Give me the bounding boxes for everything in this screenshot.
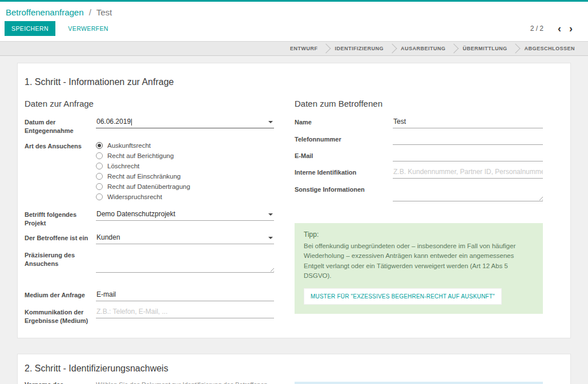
radio-selected-icon[interactable] [96,142,103,149]
radio-option-auskunftsrecht[interactable]: Auskunftsrecht [96,142,274,149]
precision-row: Präzisierung des Ansuchens [25,250,274,273]
radio-option-label[interactable]: Auskunftsrecht [107,142,151,149]
email-field[interactable] [393,151,543,161]
radio-option-label[interactable]: Recht auf Einschränkung [107,173,181,180]
radio-option-label[interactable]: Recht auf Berichtigung [107,152,174,159]
radio-unselected-icon[interactable] [96,163,103,169]
internal-id-row: Interne Identifikation Z.B. Kundennummer… [295,167,543,179]
radio-option-label[interactable]: Löschrecht [107,163,139,169]
subject-type-label: Der Betroffene ist ein [25,233,96,244]
date-row: Datum der Entgegennahme 06.06.2019 [25,117,274,135]
pager-prev-button[interactable]: ‹ [554,23,565,34]
pager-value: 2 / 2 [530,25,543,33]
statusbar: ENTWURF IDENTIFIZIERUNG AUSARBEITUNG ÜBE… [0,41,588,56]
breadcrumb-parent-link[interactable]: Betroffenenanfragen [6,7,84,17]
internal-id-label: Interne Identifikation [295,167,393,179]
step1-title: 1. Schritt - Informationen zur Anfrage [25,77,570,87]
project-label: Betrifft folgendes Projekt [25,209,96,228]
name-field[interactable]: Test [393,117,543,128]
radio-unselected-icon[interactable] [96,183,103,190]
breadcrumb: Betroffenenanfragen / Test [5,5,583,21]
result-medium-label: Kommunikation der Ergebnisse (Medium) [25,307,96,325]
tip-template-button[interactable]: MUSTER FÜR "EXZESSIVES BEGEHREN-RECHT AU… [304,288,502,305]
radio-unselected-icon[interactable] [96,173,103,180]
step2-card: 2. Schritt - Identifizierungsnachweis Vo… [17,354,571,384]
pager: 2 / 2 ‹ › [530,23,583,34]
radio-unselected-icon[interactable] [96,193,103,200]
radio-option-label[interactable]: Widerspruchsrecht [107,193,162,200]
result-medium-row: Kommunikation der Ergebnisse (Medium) Z.… [25,307,274,325]
result-medium-field[interactable]: Z.B.: Telefon, E-Mail, ... [96,307,274,318]
firstname-row: Vorname des Wählen Sie das Dokument zur … [25,379,274,384]
date-field[interactable]: 06.06.2019 [96,117,274,128]
medium-row: Medium der Anfrage E-mail [25,290,274,301]
firstname-label: Vorname des [25,379,96,384]
radio-option-loeschrecht[interactable]: Löschrecht [96,163,274,169]
toolbar-buttons: SPEICHERN VERWERFEN [5,21,114,36]
request-type-label: Art des Ansuchens [25,141,96,204]
step2-hint-text: Wählen Sie das Dokument zur Identifizier… [96,379,274,384]
statusbar-step-uebermittlung[interactable]: ÜBERMITTLUNG [454,46,515,51]
radio-option-einschraenkung[interactable]: Recht auf Einschränkung [96,173,274,180]
request-type-radio-group: Auskunftsrecht Recht auf Berichtigung Lö… [96,141,274,200]
name-label: Name [295,117,393,128]
subject-type-row: Der Betroffene ist ein Kunden [25,233,274,244]
dropdown-caret-icon [268,121,273,123]
statusbar-step-abgeschlossen[interactable]: ABGESCHLOSSEN [515,46,583,51]
medium-field[interactable]: E-mail [96,290,274,301]
other-info-textarea[interactable] [393,184,543,201]
request-data-heading: Daten zur Anfrage [25,99,274,108]
request-type-row: Art des Ansuchens Auskunftsrecht Recht a… [25,141,274,204]
name-value: Test [393,118,406,126]
subject-type-select[interactable]: Kunden [96,233,274,244]
name-row: Name Test [295,117,543,128]
precision-label: Präzisierung des Ansuchens [25,250,96,273]
text-cursor [131,119,132,126]
email-row: E-Mail [295,151,543,161]
project-select[interactable]: Demo Datenschutzprojekt [96,209,274,221]
step1-card: 1. Schritt - Informationen zur Anfrage D… [17,63,571,338]
radio-option-datenuebertragung[interactable]: Recht auf Datenübertragung [96,183,274,190]
breadcrumb-separator: / [89,7,91,17]
statusbar-step-entwurf[interactable]: ENTWURF [281,46,327,51]
radio-unselected-icon[interactable] [96,152,103,159]
request-data-column: Daten zur Anfrage Datum der Entgegennahm… [25,99,274,331]
other-info-row: Sonstige Informationen [295,184,543,201]
statusbar-step-ausarbeitung[interactable]: AUSARBEITUNG [392,46,454,51]
internal-id-placeholder: Z.B. Kundennummer, Partner ID, Personaln… [393,168,543,176]
resize-handle[interactable] [269,266,274,272]
tip-box: Tipp: Bei offenkundig unbegründeten oder… [295,223,543,314]
statusbar-step-identifizierung[interactable]: IDENTIFIZIERUNG [326,46,392,51]
phone-label: Telefonnummer [295,134,393,145]
date-label: Datum der Entgegennahme [25,117,96,135]
other-info-label: Sonstige Informationen [295,184,393,201]
info-box [295,382,543,384]
email-label: E-Mail [295,151,393,161]
breadcrumb-current: Test [96,7,112,17]
medium-label: Medium der Anfrage [25,290,96,301]
project-row: Betrifft folgendes Projekt Demo Datensch… [25,209,274,228]
radio-option-berichtigung[interactable]: Recht auf Berichtigung [96,152,274,159]
precision-textarea[interactable] [96,250,274,273]
pager-next-button[interactable]: › [565,23,577,34]
phone-field[interactable] [393,134,543,145]
phone-row: Telefonnummer [295,134,543,145]
dropdown-caret-icon [268,213,273,216]
page: Betroffenenanfragen / Test SPEICHERN VER… [0,0,588,384]
resize-handle[interactable] [538,195,543,200]
project-value: Demo Datenschutzprojekt [96,210,175,218]
internal-id-field[interactable]: Z.B. Kundennummer, Partner ID, Personaln… [393,167,543,179]
subject-type-value: Kunden [96,233,120,241]
save-button[interactable]: SPEICHERN [5,21,55,36]
radio-option-widerspruchsrecht[interactable]: Widerspruchsrecht [96,193,274,200]
subject-data-column: Daten zum Betroffenen Name Test Telefonn… [295,99,543,331]
step2-left-column: Vorname des Wählen Sie das Dokument zur … [25,379,274,384]
result-medium-placeholder: Z.B.: Telefon, E-Mail, ... [96,308,168,316]
radio-option-label[interactable]: Recht auf Datenübertragung [107,183,190,190]
step2-title: 2. Schritt - Identifizierungsnachweis [25,363,570,374]
discard-button[interactable]: VERWERFEN [62,22,114,35]
toolbar: SPEICHERN VERWERFEN 2 / 2 ‹ › [5,21,583,41]
dropdown-caret-icon [268,237,273,239]
date-value: 06.06.2019 [96,118,131,126]
tip-text: Bei offenkundig unbegründeten oder – ins… [304,241,534,281]
